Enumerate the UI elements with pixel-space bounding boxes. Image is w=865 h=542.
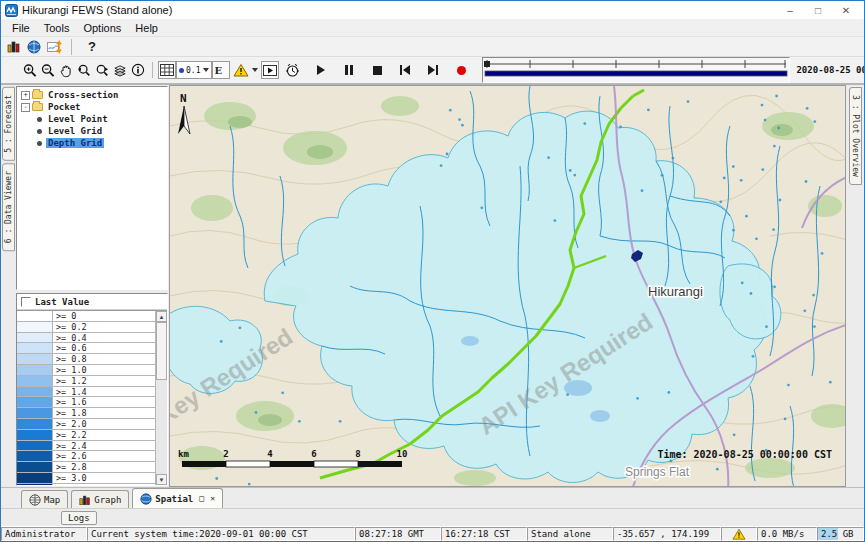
bar-chart-icon [7, 40, 21, 53]
place-label: Springs Flat [625, 465, 690, 479]
tab-forecast[interactable]: 5 : Forecast [2, 87, 15, 161]
bar-chart-icon [79, 494, 91, 506]
status-local-time: 16:27:18 CST [441, 527, 527, 541]
menu-file[interactable]: File [5, 21, 37, 35]
legend-label: >= 0.8 [53, 354, 90, 364]
minimize-button[interactable]: – [776, 2, 804, 18]
map-display-button[interactable] [25, 38, 43, 56]
legend-row: >= 0 [17, 311, 155, 322]
close-button[interactable]: ✕ [832, 2, 860, 18]
layers-button[interactable] [111, 61, 129, 79]
legend-row: >= 1.8 [17, 408, 155, 419]
legend-row: >= 1.6 [17, 397, 155, 408]
tree-item-cross-section[interactable]: +Cross-section [17, 89, 167, 101]
info-button[interactable] [129, 61, 147, 79]
animation-button[interactable] [261, 61, 279, 79]
zoom-previous-icon [77, 63, 91, 78]
play-button[interactable] [312, 61, 330, 79]
step-backward-button[interactable] [396, 61, 414, 79]
spatial-display-button[interactable] [45, 38, 64, 56]
zoom-out-button[interactable] [39, 61, 57, 79]
tree-item-label: Level Grid [46, 126, 104, 136]
menu-options[interactable]: Options [76, 21, 128, 35]
step-forward-button[interactable] [424, 61, 442, 79]
tab-graph-label: Graph [94, 495, 121, 505]
maximize-button[interactable]: □ [804, 2, 832, 18]
scroll-up-icon[interactable]: ▲ [156, 311, 167, 322]
time-slider-handle[interactable] [484, 61, 490, 67]
legend-row: >= 2.8 [17, 462, 155, 473]
scale-unit: km [178, 449, 189, 459]
status-bar: Administrator Current system time:2020-0… [1, 526, 864, 541]
zoom-next-button[interactable] [93, 61, 111, 79]
node-bullet-icon [37, 129, 42, 134]
scroll-down-icon[interactable]: ▼ [156, 474, 167, 485]
grid-display-button[interactable] [158, 61, 176, 79]
tree-item-level-grid[interactable]: Level Grid [17, 125, 167, 137]
pan-button[interactable] [57, 61, 75, 79]
legend-swatch [17, 387, 53, 397]
legend-swatch [17, 441, 53, 451]
scrollbar-track[interactable] [156, 322, 167, 474]
legend-label: >= 0.2 [53, 322, 90, 332]
legend-row: >= 2.2 [17, 430, 155, 441]
menu-help[interactable]: Help [128, 21, 165, 35]
tree-expander-icon[interactable]: + [21, 91, 30, 100]
legend-swatch [17, 430, 53, 440]
legend-label: >= 0.4 [53, 333, 90, 343]
chevron-down-icon [252, 68, 258, 72]
map-canvas[interactable]: API Key Required API Key Required Hikura… [169, 85, 846, 487]
last-value-label: Last Value [35, 297, 89, 307]
status-warning[interactable] [721, 527, 757, 541]
menu-tools[interactable]: Tools [37, 21, 77, 35]
tab-close-icon[interactable]: ✕ [210, 494, 215, 503]
legend-swatch [17, 484, 53, 485]
tab-maximize-icon[interactable]: □ [199, 494, 204, 503]
legend-swatch [17, 365, 53, 375]
legend-swatch [17, 419, 53, 429]
globe-icon [29, 494, 41, 506]
play-icon [317, 65, 325, 75]
main-toolbar: ? [1, 37, 864, 57]
last-value-checkbox[interactable] [21, 297, 31, 307]
longitudinal-profile-button[interactable]: E [212, 61, 230, 79]
warning-levels-combo[interactable] [230, 61, 261, 79]
archive-display-button[interactable] [5, 38, 23, 56]
tab-plot-overview[interactable]: 3 : Plot Overview [849, 87, 862, 185]
pause-button[interactable] [340, 61, 358, 79]
scale-tick-label: 10 [397, 449, 408, 459]
scale-tick-label: 4 [267, 449, 273, 459]
tab-map[interactable]: Map [21, 490, 68, 508]
tree-item-level-point[interactable]: Level Point [17, 113, 167, 125]
layers-icon [113, 64, 127, 77]
legend-row: >= 2.4 [17, 441, 155, 452]
legend-row: >= 0.4 [17, 333, 155, 344]
zoom-previous-button[interactable] [75, 61, 93, 79]
logs-button[interactable]: Logs [61, 511, 97, 525]
tab-graph[interactable]: Graph [71, 490, 129, 508]
stop-button[interactable] [368, 61, 386, 79]
tab-spatial[interactable]: Spatial □ ✕ [132, 488, 223, 508]
legend-label: >= 1.8 [53, 408, 90, 418]
folder-icon [32, 91, 43, 99]
tree-item-depth-grid[interactable]: Depth Grid [17, 137, 167, 149]
contour-interval-combo[interactable]: 0.1 [176, 61, 212, 79]
legend-row: >= 0.8 [17, 354, 155, 365]
time-slider[interactable] [482, 57, 790, 83]
legend-scrollbar[interactable]: ▲ ▼ [155, 311, 167, 485]
status-memory[interactable]: 2.5 GB [817, 527, 864, 541]
tree-item-label: Level Point [46, 114, 110, 124]
tree-item-pocket[interactable]: -Pocket [17, 101, 167, 113]
help-button[interactable]: ? [79, 38, 105, 56]
status-system-time: Current system time:2020-09-01 00:00 CST [87, 527, 355, 541]
scrollbar-thumb[interactable] [156, 322, 167, 380]
record-button[interactable] [452, 61, 470, 79]
timer-button[interactable] [283, 61, 302, 79]
zoom-in-button[interactable] [21, 61, 39, 79]
main-area: 5 : Forecast 6 : Data Viewer +Cross-sect… [1, 85, 864, 487]
left-tab-strip: 5 : Forecast 6 : Data Viewer [1, 85, 15, 487]
tab-data-viewer[interactable]: 6 : Data Viewer [2, 163, 15, 251]
tree-expander-icon[interactable]: - [21, 103, 30, 112]
status-user: Administrator [1, 527, 87, 541]
legend-label: >= 0 [53, 311, 79, 321]
